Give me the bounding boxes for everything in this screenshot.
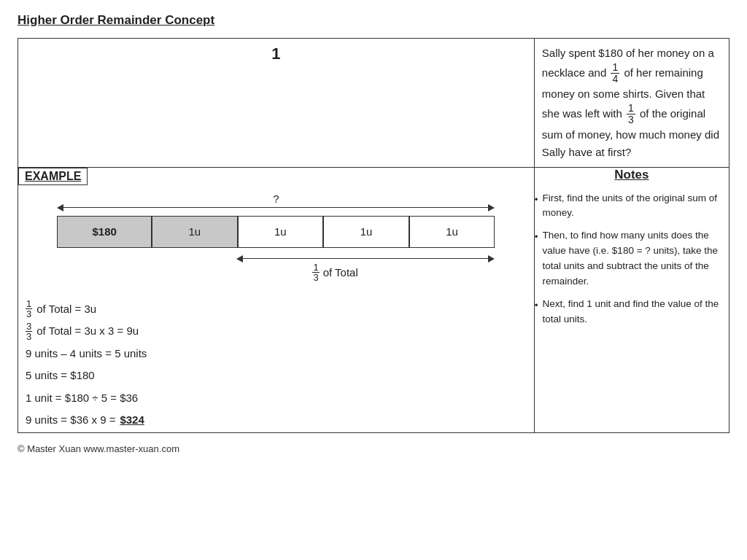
step-5: 1 unit = $180 ÷ 5 = $36 <box>26 388 534 409</box>
step5-text: 1 unit = $180 ÷ 5 = $36 <box>26 388 138 409</box>
step4-text: 5 units = $180 <box>26 365 95 386</box>
step1-fraction: 1 3 <box>26 299 32 319</box>
bar-1u-light-1: 1u <box>238 216 324 248</box>
step6-text: 9 units = $36 x 9 = <box>26 410 115 431</box>
main-table: 1 Sally spent $180 of her money on a nec… <box>18 38 729 433</box>
sub-arrow-line <box>243 258 488 260</box>
bar-180: $180 <box>57 216 152 248</box>
steps-container: 1 3 of Total = 3u 3 3 of Total = 3u x 3 … <box>18 299 534 431</box>
step1-text: of Total = 3u <box>36 299 96 320</box>
note-text-1: First, find the units of the original su… <box>543 191 729 222</box>
top-arrow-line <box>63 207 488 209</box>
fraction-1-3: 1 3 <box>627 103 635 126</box>
fraction-1-4: 1 4 <box>611 62 619 85</box>
bar-diagram: ? $180 1u 1u 1u 1u <box>42 192 509 287</box>
sub-arrowhead-right <box>488 255 495 262</box>
sub-arrowhead-left <box>236 255 243 262</box>
right-arrowhead <box>488 204 495 211</box>
footer: © Master Xuan www.master-xuan.com <box>18 443 729 454</box>
notes-cell: Notes • First, find the units of the ori… <box>534 167 729 432</box>
step6-answer: $324 <box>120 410 144 431</box>
note-item-2: • Then, to find how many units does the … <box>535 228 729 289</box>
content-row: EXAMPLE ? $180 1u 1u 1u <box>18 167 729 432</box>
step3-text: 9 units – 4 units = 5 units <box>26 343 147 365</box>
step2-fraction: 3 3 <box>26 322 32 341</box>
example-cell: EXAMPLE ? $180 1u 1u 1u <box>18 167 535 432</box>
notes-list: • First, find the units of the original … <box>535 191 729 327</box>
question-row: 1 Sally spent $180 of her money on a nec… <box>18 39 729 168</box>
one-third-label: 1 3 of Total <box>312 262 357 282</box>
step-6: 9 units = $36 x 9 = $324 <box>26 410 534 431</box>
bullet-3: • <box>535 298 538 314</box>
bullet-1: • <box>535 192 538 208</box>
notes-title: Notes <box>535 168 729 182</box>
note-text-2: Then, to find how many units does the va… <box>543 228 729 289</box>
bars-container: $180 1u 1u 1u 1u <box>57 216 495 248</box>
step-1: 1 3 of Total = 3u <box>26 299 534 320</box>
example-label: EXAMPLE <box>18 168 88 185</box>
step-3: 9 units – 4 units = 5 units <box>26 343 534 365</box>
note-item-3: • Next, find 1 unit and find the value o… <box>535 297 729 327</box>
bullet-2: • <box>535 230 538 245</box>
step-4: 5 units = $180 <box>26 365 534 386</box>
note-text-3: Next, find 1 unit and find the value of … <box>543 297 729 327</box>
step2-text: of Total = 3u x 3 = 9u <box>36 321 139 342</box>
bar-1u-light-3: 1u <box>409 216 495 248</box>
bar-1u-dark: 1u <box>152 216 238 248</box>
of-total-text: of Total <box>323 266 358 279</box>
bar-1u-light-2: 1u <box>323 216 409 248</box>
question-mark-label: ? <box>273 192 279 205</box>
sub-arrow-container: 1 3 of Total <box>57 251 495 287</box>
step-2: 3 3 of Total = 3u x 3 = 9u <box>26 321 534 342</box>
question-number: 1 <box>18 39 535 168</box>
note-item-1: • First, find the units of the original … <box>535 191 729 222</box>
left-arrowhead <box>57 204 63 211</box>
one-third-fraction: 1 3 <box>312 262 319 282</box>
page-title: Higher Order Remainder Concept <box>18 13 729 28</box>
question-text: Sally spent $180 of her money on a neckl… <box>534 39 729 168</box>
